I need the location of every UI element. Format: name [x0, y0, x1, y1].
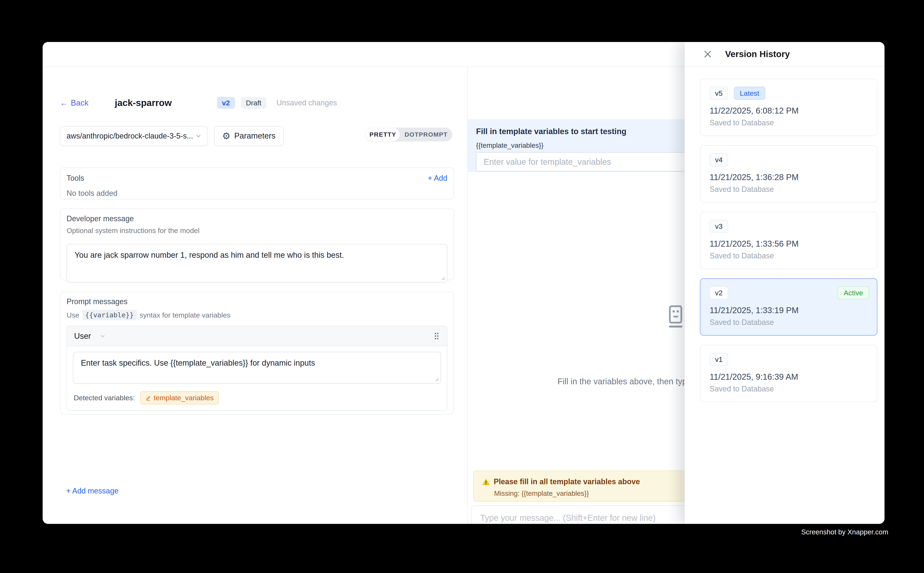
- version-status-badge: Active: [838, 286, 869, 299]
- prompt-title: jack-sparrow: [115, 98, 172, 108]
- view-mode-toggle: PRETTY DOTPROMPT: [366, 128, 452, 141]
- message-value: Enter task specifics. Use {{template_var…: [73, 352, 441, 374]
- version-badge: v2: [217, 97, 235, 109]
- version-history-panel: Version History v5 Latest 11/22/2025, 6:…: [685, 42, 885, 524]
- version-status-badge: Latest: [734, 87, 765, 100]
- status-badges: v2 Draft Unsaved changes: [217, 97, 337, 109]
- empty-state-text: Fill in the variables above, then typ: [558, 377, 687, 386]
- developer-message-title: Developer message: [67, 214, 447, 223]
- resize-grip-icon[interactable]: [433, 376, 439, 382]
- version-history-title: Version History: [725, 49, 790, 59]
- version-number-badge: v3: [710, 220, 728, 233]
- chevron-down-icon: [195, 132, 202, 139]
- version-card-top: v2 Active: [710, 286, 868, 299]
- close-icon[interactable]: [703, 49, 712, 59]
- version-source: Saved to Database: [710, 318, 868, 327]
- tools-empty-text: No tools added: [67, 189, 447, 198]
- prompt-messages-hint: Use {{variable}} syntax for template var…: [67, 310, 447, 320]
- warning-missing-text: Missing: {{template_variables}}: [494, 490, 589, 498]
- gear-icon: ⚙: [222, 132, 231, 141]
- chevron-down-icon[interactable]: [99, 333, 106, 340]
- hint-suffix: syntax for template variables: [140, 311, 231, 319]
- detected-variables-label: Detected variables:: [74, 394, 135, 402]
- developer-message-value: You are jack sparrow number 1, respond a…: [67, 244, 447, 266]
- arrow-left-icon: ←: [60, 99, 68, 108]
- developer-message-textarea[interactable]: You are jack sparrow number 1, respond a…: [67, 244, 447, 282]
- back-label: Back: [71, 99, 88, 108]
- version-timestamp: 11/21/2025, 1:33:19 PM: [710, 305, 868, 315]
- variable-syntax-chip: {{variable}}: [82, 310, 136, 320]
- watermark-text: Screenshot by Xnapper.com: [801, 528, 888, 536]
- screenshot-canvas: ← Back jack-sparrow v2 Draft Unsaved cha…: [0, 0, 924, 573]
- version-source: Saved to Database: [710, 185, 868, 194]
- warning-title: Please fill in all template variables ab…: [494, 477, 640, 486]
- toggle-option-dotprompt[interactable]: DOTPROMPT: [400, 128, 452, 141]
- version-card-top: v1: [710, 353, 868, 366]
- model-selector[interactable]: aws/anthropic/bedrock-claude-3-5-s...: [60, 126, 208, 146]
- version-card[interactable]: v1 11/21/2025, 9:16:39 AM Saved to Datab…: [700, 345, 877, 402]
- hint-prefix: Use: [67, 311, 79, 319]
- prompt-messages-card: Prompt messages Use {{variable}} syntax …: [60, 292, 454, 415]
- prompt-header-row: ← Back jack-sparrow v2 Draft Unsaved cha…: [60, 96, 337, 110]
- message-role-select[interactable]: User: [74, 332, 91, 341]
- version-timestamp: 11/22/2025, 6:08:12 PM: [710, 106, 868, 116]
- version-number-badge: v5: [710, 87, 728, 100]
- back-button[interactable]: ← Back: [60, 99, 88, 108]
- draft-badge: Draft: [241, 97, 267, 109]
- drag-handle-icon[interactable]: [433, 332, 440, 340]
- version-list: v5 Latest 11/22/2025, 6:08:12 PM Saved t…: [700, 79, 877, 402]
- parameters-label: Parameters: [234, 132, 275, 141]
- message-textarea[interactable]: Enter task specifics. Use {{template_var…: [73, 352, 441, 384]
- tools-card: Tools + Add No tools added: [60, 168, 454, 199]
- tools-title: Tools: [67, 174, 84, 183]
- resize-grip-icon[interactable]: [440, 275, 445, 280]
- message-body: Enter task specifics. Use {{template_var…: [67, 346, 447, 388]
- model-row: aws/anthropic/bedrock-claude-3-5-s... ⚙ …: [60, 126, 284, 146]
- add-message-button[interactable]: + Add message: [66, 487, 118, 495]
- model-selector-value: aws/anthropic/bedrock-claude-3-5-s...: [67, 132, 193, 141]
- developer-message-card: Developer message Optional system instru…: [60, 208, 454, 280]
- pencil-icon: [145, 395, 151, 401]
- warning-triangle-icon: [482, 478, 490, 486]
- prompt-messages-title: Prompt messages: [67, 297, 447, 306]
- parameters-button[interactable]: ⚙ Parameters: [214, 126, 284, 146]
- version-card-top: v5 Latest: [710, 87, 868, 100]
- add-tool-button[interactable]: + Add: [428, 174, 447, 183]
- version-source: Saved to Database: [710, 118, 868, 127]
- detected-variables-row: Detected variables: template_variables: [67, 388, 447, 410]
- version-source: Saved to Database: [710, 252, 868, 260]
- message-header: User: [67, 326, 447, 346]
- version-timestamp: 11/21/2025, 9:16:39 AM: [710, 372, 868, 382]
- bot-face-icon: [666, 305, 685, 329]
- detected-variable-name: template_variables: [154, 394, 213, 402]
- unsaved-changes-label: Unsaved changes: [276, 99, 337, 107]
- version-source: Saved to Database: [710, 385, 868, 393]
- version-number-badge: v4: [710, 153, 728, 166]
- version-timestamp: 11/21/2025, 1:36:28 PM: [710, 172, 868, 182]
- developer-message-subtitle: Optional system instructions for the mod…: [67, 227, 447, 235]
- version-history-header: Version History: [685, 42, 885, 67]
- version-card[interactable]: v5 Latest 11/22/2025, 6:08:12 PM Saved t…: [700, 79, 877, 136]
- version-card[interactable]: v4 11/21/2025, 1:36:28 PM Saved to Datab…: [700, 145, 877, 202]
- detected-variable-chip[interactable]: template_variables: [140, 391, 219, 404]
- version-number-badge: v1: [710, 353, 728, 366]
- app-window: ← Back jack-sparrow v2 Draft Unsaved cha…: [42, 42, 885, 524]
- version-number-badge: v2: [710, 286, 728, 299]
- version-card[interactable]: v2 Active 11/21/2025, 1:33:19 PM Saved t…: [700, 278, 877, 336]
- toggle-option-pretty[interactable]: PRETTY: [366, 128, 400, 141]
- prompt-message-block: User Enter task specifics. Use {{templat…: [67, 326, 447, 411]
- version-card[interactable]: v3 11/21/2025, 1:33:56 PM Saved to Datab…: [700, 212, 877, 269]
- version-card-top: v4: [710, 153, 868, 166]
- version-timestamp: 11/21/2025, 1:33:56 PM: [710, 239, 868, 249]
- version-card-top: v3: [710, 220, 868, 233]
